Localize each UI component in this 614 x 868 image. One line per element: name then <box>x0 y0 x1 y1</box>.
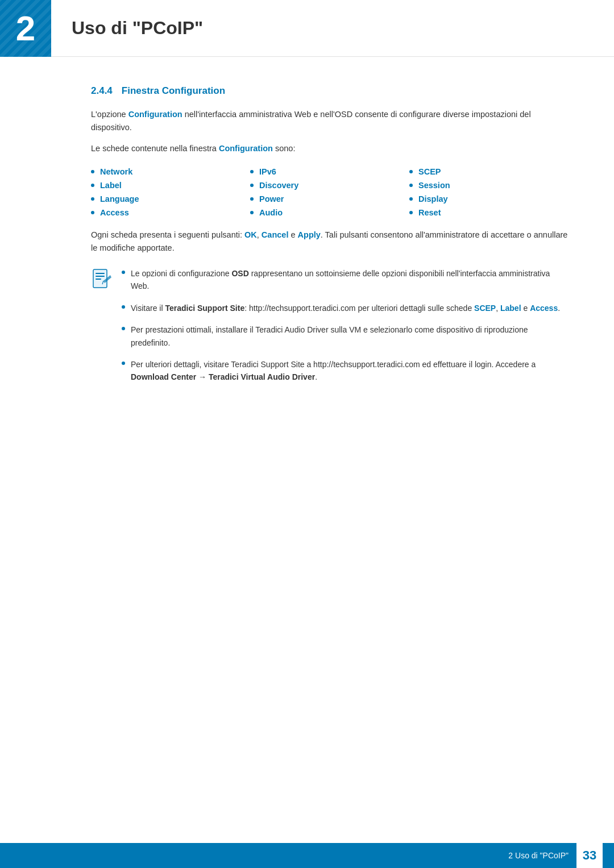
section-number: 2.4.4 <box>91 85 113 96</box>
bullet-dot <box>250 170 254 173</box>
svg-rect-1 <box>96 273 105 274</box>
note-item-4: Per ulteriori dettagli, visitare Teradic… <box>122 358 569 384</box>
bullet-dot <box>409 170 413 173</box>
note-items: Le opzioni di configurazione OSD rappres… <box>122 267 569 393</box>
note2-post: . <box>558 304 560 313</box>
intro1-pre: L'opzione <box>91 110 128 119</box>
bullet-label-label: Label <box>100 181 122 190</box>
note-text-2: Visitare il Teradici Support Site: http:… <box>131 302 560 314</box>
note1-pre: Le opzioni di configurazione <box>131 269 231 278</box>
bullet-dot <box>250 211 254 214</box>
note4-post: . <box>315 372 317 381</box>
intro2-bold: Configuration <box>219 144 273 153</box>
list-item: Label <box>91 181 250 190</box>
note-item-3: Per prestazioni ottimali, installare il … <box>122 323 569 349</box>
footer: 2 Uso di "PCoIP" 33 <box>0 843 614 868</box>
intro-paragraph-1: L'opzione Configuration nell'interfaccia… <box>91 108 569 134</box>
bullet-dot <box>250 197 254 201</box>
note2-pre: Visitare il <box>131 304 165 313</box>
note4-pre: Per ulteriori dettagli, visitare Teradic… <box>131 360 536 369</box>
header: 2 Uso di "PCoIP" <box>0 0 614 57</box>
note2-mid: : http://techsupport.teradici.com per ul… <box>244 304 474 313</box>
note2-comma: , <box>496 304 500 313</box>
list-item: Discovery <box>250 181 409 190</box>
intro2-post: sono: <box>273 144 296 153</box>
intro1-bold: Configuration <box>128 110 182 119</box>
bullet-label-scep: SCEP <box>418 167 441 176</box>
list-item: Language <box>91 194 250 203</box>
svg-rect-2 <box>96 276 105 277</box>
intro2-pre: Le schede contenute nella finestra <box>91 144 219 153</box>
bullet-dot <box>91 197 94 201</box>
bullet-dot <box>91 184 94 187</box>
ok-label: OK <box>244 230 257 239</box>
section-title: Finestra Configuration <box>122 85 225 96</box>
bullet-dot <box>91 170 94 173</box>
bullet-label-reset: Reset <box>418 208 441 217</box>
buttons-pre: Ogni scheda presenta i seguenti pulsanti… <box>91 230 244 239</box>
note2-bold1: Teradici Support Site <box>165 304 244 313</box>
list-item: Session <box>409 181 569 190</box>
note-bullet <box>122 305 125 309</box>
note-bullet <box>122 271 125 274</box>
bullet-dot <box>409 197 413 201</box>
list-item: Reset <box>409 208 569 217</box>
main-content: 2.4.4Finestra Configuration L'opzione Co… <box>0 57 614 438</box>
bullet-label-audio: Audio <box>259 208 283 217</box>
note-box: Le opzioni di configurazione OSD rappres… <box>91 267 569 393</box>
bullet-label-session: Session <box>418 181 450 190</box>
list-item: IPv6 <box>250 167 409 176</box>
note-item-1: Le opzioni di configurazione OSD rappres… <box>122 267 569 293</box>
note4-bold: Download Center → Teradici Virtual Audio… <box>131 372 315 381</box>
cancel-label: Cancel <box>262 230 289 239</box>
list-item: Power <box>250 194 409 203</box>
intro-paragraph-2: Le schede contenute nella finestra Confi… <box>91 142 569 155</box>
note2-e: e <box>521 304 530 313</box>
note-text-4: Per ulteriori dettagli, visitare Teradic… <box>131 358 569 384</box>
bullet-label-language: Language <box>100 194 139 203</box>
page-number: 33 <box>576 843 603 868</box>
svg-rect-3 <box>96 279 101 280</box>
bullet-dot <box>91 211 94 214</box>
bullet-dot <box>409 184 413 187</box>
note-bullet <box>122 362 125 365</box>
list-item: Audio <box>250 208 409 217</box>
bullet-label-ipv6: IPv6 <box>259 167 276 176</box>
list-item: Network <box>91 167 250 176</box>
list-item: Display <box>409 194 569 203</box>
bullet-label-access: Access <box>100 208 129 217</box>
note2-link3: Access <box>530 304 558 313</box>
bullet-label-discovery: Discovery <box>259 181 298 190</box>
footer-text: 2 Uso di "PCoIP" <box>508 851 569 860</box>
list-item: SCEP <box>409 167 569 176</box>
chapter-number-block: 2 <box>0 0 51 57</box>
bullet-dot <box>250 184 254 187</box>
note-item-2: Visitare il Teradici Support Site: http:… <box>122 302 569 314</box>
comma1: , <box>257 230 262 239</box>
buttons-paragraph: Ogni scheda presenta i seguenti pulsanti… <box>91 229 569 255</box>
e-text: e <box>288 230 297 239</box>
bullet-label-display: Display <box>418 194 448 203</box>
note2-link2: Label <box>500 304 521 313</box>
apply-label: Apply <box>298 230 321 239</box>
bullet-dot <box>409 211 413 214</box>
note-text-3: Per prestazioni ottimali, installare il … <box>131 323 569 349</box>
chapter-number: 2 <box>16 11 35 46</box>
note1-bold: OSD <box>231 269 248 278</box>
section-heading: 2.4.4Finestra Configuration <box>91 85 569 97</box>
bullet-label-power: Power <box>259 194 284 203</box>
note-bullet <box>122 327 125 330</box>
note2-link1: SCEP <box>474 304 496 313</box>
bullet-grid: Network IPv6 SCEP Label Discovery Sessio… <box>91 167 569 217</box>
chapter-title: Uso di "PCoIP" <box>72 18 203 39</box>
note-text-1: Le opzioni di configurazione OSD rappres… <box>131 267 569 293</box>
bullet-label-network: Network <box>100 167 132 176</box>
note-icon <box>91 268 113 290</box>
list-item: Access <box>91 208 250 217</box>
